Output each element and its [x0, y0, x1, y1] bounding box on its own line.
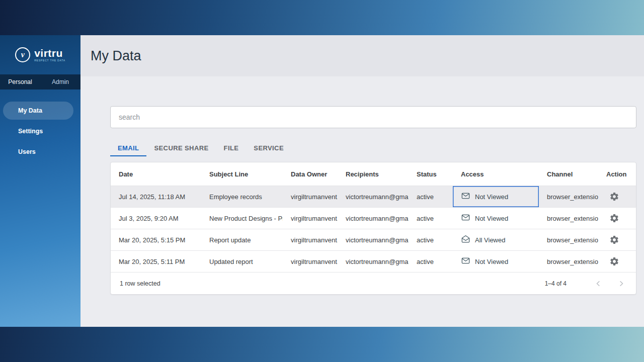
mail-unread-icon [461, 256, 470, 267]
tab-email[interactable]: EMAIL [110, 140, 146, 156]
gear-icon[interactable] [607, 190, 621, 204]
table-row[interactable]: Mar 20, 2025, 5:11 PMUpdated reportvirgi… [111, 250, 636, 272]
cell-subject: Employee records [201, 186, 283, 207]
search-input[interactable] [110, 106, 636, 128]
sidebar: v virtru RESPECT THE DATA Personal Admin… [0, 35, 80, 327]
col-date: Date [111, 162, 201, 186]
cell-recipients: victortreumann@gmai... [338, 186, 409, 207]
sidebar-nav: My Data Settings Users [0, 102, 80, 161]
sidebar-item-users[interactable]: Users [3, 143, 73, 161]
cell-owner: virgiltrumanvent... [283, 229, 338, 250]
cell-subject: Updated report [201, 251, 283, 272]
tab-service[interactable]: SERVICE [246, 140, 291, 156]
table-footer: 1 row selected 1–4 of 4 [111, 272, 636, 294]
logo-letter: v [21, 50, 25, 59]
brand-name: virtru [34, 48, 65, 58]
tab-file[interactable]: FILE [216, 140, 247, 156]
col-recipients: Recipients [338, 162, 409, 186]
cell-recipients: victortreumann@gmai... [338, 208, 409, 229]
cell-action [598, 251, 636, 272]
sidebar-item-settings[interactable]: Settings [3, 122, 73, 140]
brand-tagline: RESPECT THE DATA [34, 59, 65, 62]
cell-channel: browser_extensio... [539, 229, 598, 250]
gear-icon[interactable] [607, 233, 621, 247]
cell-status: active [409, 186, 453, 207]
cell-access: All Viewed [453, 229, 539, 250]
cell-status: active [409, 208, 453, 229]
cell-access: Not Viewed [453, 208, 539, 229]
content: EMAIL SECURE SHARE FILE SERVICE Date Sub… [80, 76, 644, 295]
cell-access: Not Viewed [453, 186, 539, 207]
cell-channel: browser_extensio... [539, 251, 598, 272]
cell-action [598, 186, 636, 207]
brand-logo: v virtru RESPECT THE DATA [0, 35, 80, 74]
cell-action [598, 208, 636, 229]
pagination-range: 1–4 of 4 [545, 280, 567, 287]
col-access: Access [453, 162, 539, 186]
table-header: Date Subject Line Data Owner Recipients … [111, 162, 636, 186]
cell-action [598, 229, 636, 250]
cell-owner: virgiltrumanvent... [283, 251, 338, 272]
col-data-owner: Data Owner [283, 162, 338, 186]
table-row[interactable]: Jul 14, 2025, 11:18 AMEmployee recordsvi… [111, 186, 636, 207]
chevron-left-icon[interactable] [593, 278, 604, 289]
sidebar-mode-tabs: Personal Admin [0, 74, 80, 89]
cell-recipients: victortreumann@gmai... [338, 251, 409, 272]
cell-recipients: victortreumann@gmai... [338, 229, 409, 250]
cell-access: Not Viewed [453, 251, 539, 272]
table-row[interactable]: Mar 20, 2025, 5:15 PMReport updatevirgil… [111, 229, 636, 250]
access-label: Not Viewed [475, 258, 508, 265]
table-body: Jul 14, 2025, 11:18 AMEmployee recordsvi… [111, 186, 636, 272]
page-title: My Data [91, 48, 141, 64]
cell-subject: New Product Designs - Pro... [201, 208, 283, 229]
col-channel: Channel [539, 162, 598, 186]
cell-owner: virgiltrumanvent... [283, 186, 338, 207]
sidebar-item-my-data[interactable]: My Data [3, 102, 73, 120]
table-row[interactable]: Jul 3, 2025, 9:20 AMNew Product Designs … [111, 207, 636, 229]
page-header: My Data [80, 35, 644, 76]
access-label: Not Viewed [475, 215, 508, 222]
virtru-logo-icon: v [15, 47, 30, 62]
mail-unread-icon [461, 191, 470, 202]
tab-admin[interactable]: Admin [40, 74, 80, 89]
cell-date: Mar 20, 2025, 5:11 PM [111, 251, 201, 272]
content-tabs: EMAIL SECURE SHARE FILE SERVICE [110, 140, 636, 156]
chevron-right-icon[interactable] [616, 278, 627, 289]
cell-status: active [409, 229, 453, 250]
tab-secure-share[interactable]: SECURE SHARE [146, 140, 216, 156]
tab-personal[interactable]: Personal [0, 74, 40, 89]
selection-count: 1 row selected [120, 280, 160, 287]
app-window: v virtru RESPECT THE DATA Personal Admin… [0, 35, 644, 327]
cell-subject: Report update [201, 229, 283, 250]
gear-icon[interactable] [607, 254, 621, 268]
cell-channel: browser_extensio... [539, 208, 598, 229]
gear-icon[interactable] [607, 211, 621, 225]
mail-unread-icon [461, 213, 470, 224]
main-area: My Data EMAIL SECURE SHARE FILE SERVICE … [80, 35, 644, 327]
data-table: Date Subject Line Data Owner Recipients … [110, 162, 636, 295]
col-status: Status [409, 162, 453, 186]
access-label: All Viewed [475, 236, 505, 244]
cell-date: Jul 14, 2025, 11:18 AM [111, 186, 201, 207]
col-action: Action [598, 162, 636, 186]
cell-date: Mar 20, 2025, 5:15 PM [111, 229, 201, 250]
cell-date: Jul 3, 2025, 9:20 AM [111, 208, 201, 229]
cell-channel: browser_extensio... [539, 186, 598, 207]
col-subject-line: Subject Line [201, 162, 283, 186]
cell-status: active [409, 251, 453, 272]
mail-read-icon [461, 234, 470, 245]
cell-owner: virgiltrumanvent... [283, 208, 338, 229]
access-label: Not Viewed [475, 193, 508, 201]
